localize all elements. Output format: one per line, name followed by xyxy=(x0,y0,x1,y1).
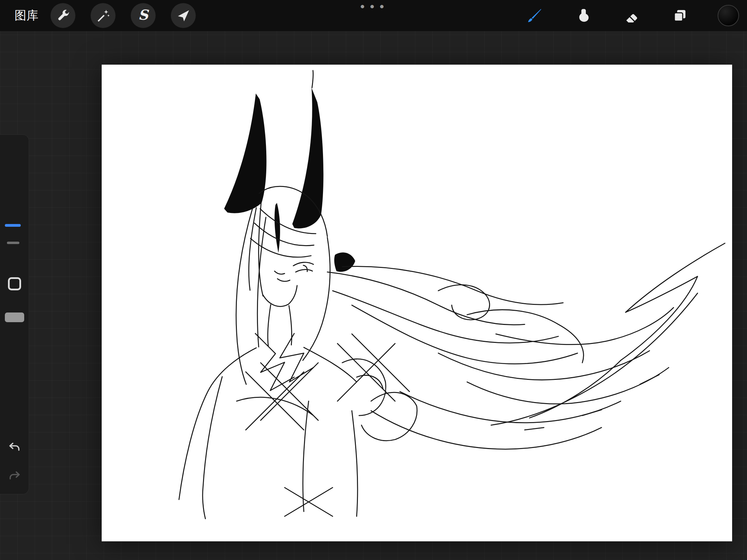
brush-size-slider[interactable] xyxy=(5,224,21,227)
redo-button[interactable] xyxy=(7,469,22,484)
gallery-button[interactable]: 图库 xyxy=(15,8,39,24)
transform-arrow-icon xyxy=(176,9,190,22)
selection-s-icon: S xyxy=(138,8,148,22)
erase-tool-button[interactable] xyxy=(618,2,645,29)
opacity-slider[interactable] xyxy=(7,242,19,244)
magic-wand-icon xyxy=(96,9,110,22)
right-tool-group xyxy=(522,0,741,31)
undo-arrow-icon xyxy=(8,440,21,456)
sidebar-drag-handle[interactable] xyxy=(5,312,24,322)
layers-button[interactable] xyxy=(667,2,693,29)
modify-button[interactable] xyxy=(8,277,21,290)
left-tool-group: S xyxy=(50,3,196,28)
paint-tool-button[interactable] xyxy=(522,2,548,29)
undo-button[interactable] xyxy=(7,440,22,456)
canvas-artwork xyxy=(102,65,732,541)
smudge-finger-icon xyxy=(575,7,591,24)
window-options-button[interactable]: ••• xyxy=(359,0,388,14)
actions-button[interactable] xyxy=(50,3,75,28)
smudge-tool-button[interactable] xyxy=(570,2,596,29)
adjustments-button[interactable] xyxy=(91,3,116,28)
wrench-icon xyxy=(56,9,70,22)
layers-icon xyxy=(672,7,688,24)
top-toolbar: 图库 S xyxy=(0,0,747,31)
eraser-icon xyxy=(623,7,640,24)
paintbrush-icon xyxy=(526,7,543,24)
redo-arrow-icon xyxy=(8,469,21,484)
selection-button[interactable]: S xyxy=(131,3,156,28)
drawing-canvas[interactable] xyxy=(102,65,732,541)
procreate-workspace: 图库 S xyxy=(0,0,747,560)
color-button[interactable] xyxy=(715,2,741,29)
color-swatch-circle xyxy=(718,5,739,26)
transform-button[interactable] xyxy=(171,3,196,28)
brush-sidebar xyxy=(0,134,29,494)
